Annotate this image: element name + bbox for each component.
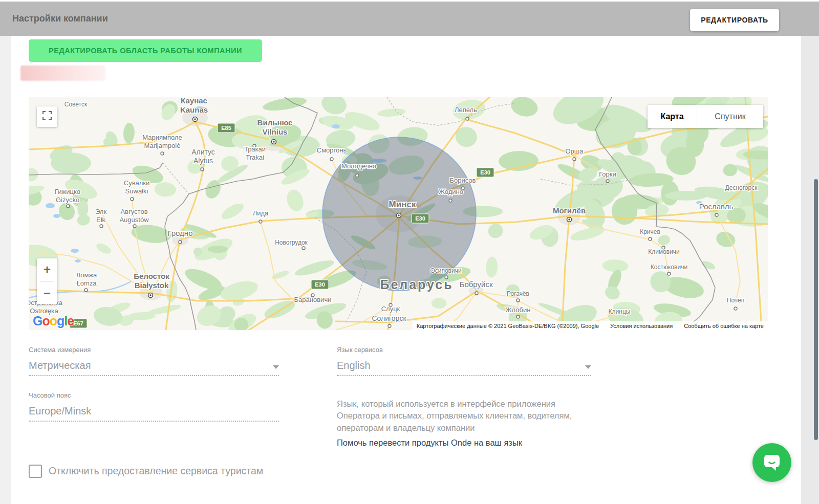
translate-products-link[interactable]: Помочь перевести продукты Onde на ваш яз… — [337, 438, 522, 448]
svg-text:E67: E67 — [73, 320, 83, 326]
timezone-input[interactable]: Europe/Minsk — [29, 405, 279, 422]
svg-text:Почеп: Почеп — [727, 297, 744, 304]
zoom-control: + − — [37, 258, 57, 304]
svg-text:Костюковичи: Костюковичи — [651, 264, 687, 271]
measurement-field: Система измерения Метрическая — [29, 346, 279, 376]
svg-text:Augustów: Augustów — [119, 216, 149, 224]
timezone-field: Часовой пояс Europe/Minsk — [29, 391, 279, 422]
svg-text:Советск: Советск — [64, 101, 88, 108]
svg-text:Осиповичи: Осиповичи — [430, 267, 461, 274]
svg-text:Trakai: Trakai — [246, 154, 264, 161]
svg-text:Каунас: Каунас — [181, 97, 207, 105]
service-language-field: Язык сервисов English — [337, 346, 591, 376]
svg-text:Орша: Орша — [565, 147, 584, 155]
svg-text:Новогрудок: Новогрудок — [275, 239, 308, 246]
svg-text:E85: E85 — [221, 125, 231, 131]
chevron-down-icon[interactable] — [273, 365, 279, 369]
svg-text:Климовичи: Климовичи — [648, 248, 680, 255]
svg-text:E30: E30 — [480, 169, 490, 176]
svg-text:Рославль: Рославль — [699, 202, 734, 211]
service-language-label: Язык сервисов — [337, 346, 591, 354]
svg-text:Минск: Минск — [389, 200, 416, 209]
svg-text:Рогачёв: Рогачёв — [507, 290, 529, 297]
chat-widget-button[interactable] — [752, 443, 791, 482]
svg-text:Łomża: Łomża — [76, 279, 97, 287]
timezone-value: Europe/Minsk — [29, 405, 91, 417]
report-error-link[interactable]: Сообщить об ошибке на карте — [684, 323, 764, 329]
svg-text:Kaunas: Kaunas — [180, 105, 208, 114]
svg-text:Лида: Лида — [253, 209, 269, 217]
tourist-service-label: Отключить предоставление сервиса туриста… — [49, 465, 263, 478]
map[interactable]: E85E30E30E30E67СоветскКаунасKaunasВильню… — [29, 97, 768, 330]
svg-text:E30: E30 — [315, 281, 325, 288]
svg-text:Могилёв: Могилёв — [553, 206, 586, 215]
header-bar: Настройки компании РЕДАКТИРОВАТЬ — [0, 2, 819, 36]
svg-text:Vilnius: Vilnius — [263, 127, 288, 136]
svg-text:Лепель: Лепель — [455, 106, 477, 114]
svg-text:Горки: Горки — [599, 170, 616, 178]
map-type-toggle: Карта Спутник — [648, 105, 763, 128]
svg-text:Августов: Августов — [120, 208, 147, 215]
svg-text:Слуцк: Слуцк — [381, 305, 400, 313]
svg-text:Гродно: Гродно — [167, 229, 192, 237]
terms-link[interactable]: Условия использования — [610, 323, 673, 329]
svg-text:Борисов: Борисов — [449, 177, 476, 184]
chat-bubble-icon — [761, 450, 783, 475]
attribution-text: Картографические данные © 2021 GeoBasis-… — [417, 323, 599, 329]
redacted-company-name — [20, 65, 105, 81]
svg-text:Marijampolė: Marijampolė — [144, 142, 181, 149]
fullscreen-button[interactable] — [37, 106, 57, 127]
zoom-in-button[interactable]: + — [37, 258, 57, 281]
page-title: Настройки компании — [12, 13, 108, 24]
svg-text:Мариямполе: Мариямполе — [142, 134, 182, 141]
chevron-down-icon[interactable] — [585, 365, 591, 369]
svg-text:Солигорск: Солигорск — [372, 314, 406, 322]
svg-text:Элк: Элк — [95, 208, 106, 215]
svg-text:Alytus: Alytus — [193, 157, 213, 165]
scrollbar-thumb[interactable] — [814, 179, 818, 440]
edit-button[interactable]: РЕДАКТИРОВАТЬ — [690, 9, 779, 31]
svg-text:Ломжа: Ломжа — [76, 271, 97, 279]
svg-text:Белосток: Белосток — [134, 272, 169, 280]
svg-text:Ełk: Ełk — [96, 216, 106, 224]
svg-text:Тракай: Тракай — [244, 145, 266, 153]
timezone-label: Часовой пояс — [29, 391, 279, 399]
measurement-label: Система измерения — [29, 346, 279, 354]
measurement-select[interactable]: Метрическая — [29, 360, 279, 376]
service-language-value: English — [337, 360, 371, 371]
map-type-map-button[interactable]: Карта — [648, 105, 697, 128]
svg-text:Беларусь: Беларусь — [380, 277, 453, 292]
left-gutter — [0, 36, 11, 504]
svg-text:Вильнюс: Вильнюс — [257, 118, 293, 127]
svg-text:Бобруйск: Бобруйск — [460, 280, 493, 289]
map-type-satellite-button[interactable]: Спутник — [697, 105, 763, 128]
map-attribution: Картографические данные © 2021 GeoBasis-… — [413, 321, 768, 330]
svg-text:Giżycko: Giżycko — [56, 196, 79, 204]
svg-text:Кричев: Кричев — [640, 228, 660, 235]
svg-text:Клинцы: Клинцы — [609, 308, 631, 315]
svg-text:E30: E30 — [415, 215, 425, 222]
svg-text:Жлобин: Жлобин — [506, 306, 531, 314]
zoom-out-button[interactable]: − — [37, 282, 57, 305]
tourist-service-row: Отключить предоставление сервиса туриста… — [29, 465, 274, 478]
svg-text:Жодино: Жодино — [439, 188, 463, 195]
service-language-description: Язык, который используется в интерфейсе … — [337, 398, 589, 434]
svg-text:Гижицко: Гижицко — [55, 188, 80, 195]
svg-text:Барановичи: Барановичи — [294, 296, 332, 303]
measurement-value: Метрическая — [29, 360, 91, 371]
svg-text:Алитус: Алитус — [191, 148, 215, 156]
svg-text:Сморгонь: Сморгонь — [317, 146, 347, 154]
svg-text:Сувалки: Сувалки — [124, 179, 149, 187]
service-language-select[interactable]: English — [337, 360, 591, 376]
edit-work-area-button[interactable]: РЕДАКТИРОВАТЬ ОБЛАСТЬ РАБОТЫ КОМПАНИИ — [29, 39, 262, 62]
svg-text:Молодечно: Молодечно — [341, 162, 376, 170]
svg-text:Suwałki: Suwałki — [125, 187, 148, 195]
google-logo: Google — [33, 314, 74, 328]
tourist-service-checkbox[interactable] — [29, 465, 42, 478]
fullscreen-icon — [42, 111, 52, 122]
svg-text:Десногорск: Десногорск — [725, 184, 758, 191]
map-canvas[interactable]: E85E30E30E30E67СоветскКаунасKaunasВильню… — [29, 97, 768, 330]
svg-text:Białystok: Białystok — [135, 281, 169, 290]
